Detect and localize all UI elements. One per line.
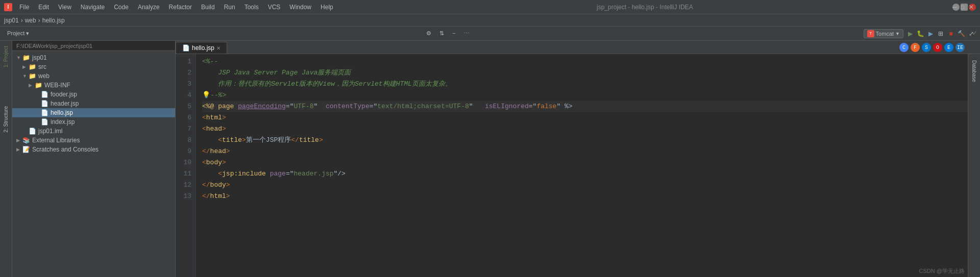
code-token: --%> bbox=[210, 90, 226, 101]
code-token: "/> bbox=[334, 168, 346, 180]
database-tab[interactable]: Database bbox=[970, 56, 979, 86]
breadcrumb-sep1: › bbox=[21, 17, 23, 24]
tree-item-extlibs[interactable]: ▶ 📚 External Libraries bbox=[12, 136, 175, 145]
build-icon[interactable]: 🔨 bbox=[957, 29, 966, 38]
code-line-4: 💡 --%> bbox=[202, 90, 968, 101]
tree-item-fooder[interactable]: ▶ 📄 fooder.jsp bbox=[12, 90, 175, 99]
folder-icon-jsp01: 📁 bbox=[22, 54, 30, 61]
code-line-8: <title>第一个JSP程序</title> bbox=[202, 135, 968, 146]
collapse-icon[interactable]: − bbox=[449, 29, 458, 38]
tab-structure[interactable]: 2: Structure bbox=[2, 103, 10, 136]
path-bar: F:\IDEAWork\jsp_project\jsp01 bbox=[12, 41, 175, 51]
tab-close-icon[interactable]: ✕ bbox=[216, 45, 220, 51]
code-token: < bbox=[218, 168, 222, 180]
code-token: > bbox=[222, 112, 226, 123]
maximize-button[interactable]: □ bbox=[961, 4, 968, 11]
code-token: > bbox=[242, 135, 246, 146]
tree-item-webinf[interactable]: ▶ 📁 WEB-INF bbox=[12, 81, 175, 90]
tree-label-webinf: WEB-INF bbox=[44, 82, 70, 89]
breadcrumb-file[interactable]: hello.jsp bbox=[42, 17, 65, 24]
breadcrumb-jsp01[interactable]: jsp01 bbox=[4, 17, 19, 24]
code-token: body bbox=[210, 180, 226, 191]
breadcrumb-web[interactable]: web bbox=[25, 17, 36, 24]
run-icons: ▶ 🐛 ▶ ⊞ ■ 🔨 ⤢ bbox=[905, 29, 976, 38]
tab-label: hello.jsp bbox=[192, 44, 214, 52]
debug-icon[interactable]: 🐛 bbox=[916, 29, 925, 38]
tree-item-jsp01[interactable]: ▼ 📁 jsp01 bbox=[12, 53, 175, 62]
project-panel: F:\IDEAWork\jsp_project\jsp01 ▼ 📁 jsp01 … bbox=[12, 41, 176, 277]
file-icon-fooder: 📄 bbox=[41, 91, 48, 98]
arrow-src: ▶ bbox=[22, 64, 29, 69]
profile-icon[interactable]: ⊞ bbox=[936, 29, 945, 38]
menu-build[interactable]: Build bbox=[197, 3, 219, 12]
code-token: html bbox=[210, 191, 226, 202]
menu-view[interactable]: View bbox=[54, 3, 76, 12]
more-icon[interactable]: ⋯ bbox=[461, 29, 473, 38]
right-panel: Database bbox=[968, 54, 980, 277]
tree-item-hello[interactable]: ▶ 📄 hello.jsp bbox=[12, 108, 175, 117]
edge-icon[interactable]: E bbox=[944, 43, 953, 52]
menu-refactor[interactable]: Refactor bbox=[165, 3, 196, 12]
code-line-1: <%-- bbox=[202, 56, 968, 67]
code-token: =" bbox=[286, 168, 294, 180]
code-token: pageEncoding bbox=[238, 101, 286, 112]
line-numbers: 1 2 3 4 5 6 7 8 9 10 11 12 13 bbox=[176, 54, 196, 277]
ie-icon[interactable]: IE bbox=[955, 43, 965, 52]
code-token: head bbox=[206, 123, 222, 135]
code-token: </ bbox=[202, 146, 210, 157]
editor-tab-hello[interactable]: 📄 hello.jsp ✕ bbox=[176, 42, 227, 54]
tree-item-iml[interactable]: ▶ 📄 jsp01.iml bbox=[12, 127, 175, 136]
tree-item-header[interactable]: ▶ 📄 header.jsp bbox=[12, 99, 175, 108]
code-token: </ bbox=[202, 191, 210, 202]
icon-extlibs: 📚 bbox=[22, 137, 30, 144]
tomcat-button[interactable]: T Tomcat ▼ bbox=[864, 29, 903, 38]
safari-icon[interactable]: S bbox=[922, 43, 931, 52]
chrome-icon[interactable]: C bbox=[899, 43, 909, 52]
code-token: body bbox=[206, 157, 222, 168]
opera-icon[interactable]: O bbox=[933, 43, 942, 52]
menu-file[interactable]: File bbox=[15, 3, 33, 12]
menu-run[interactable]: Run bbox=[220, 3, 239, 12]
menu-edit[interactable]: Edit bbox=[34, 3, 53, 12]
code-token: contentType bbox=[326, 101, 370, 112]
code-token: JSP Java Server Page Java服务端页面 bbox=[202, 67, 351, 79]
firefox-icon[interactable]: F bbox=[911, 43, 920, 52]
settings-icon[interactable]: ⚙ bbox=[423, 29, 434, 38]
code-token: =" bbox=[529, 101, 537, 112]
project-dropdown[interactable]: Project ▾ bbox=[4, 29, 32, 38]
menu-code[interactable]: Code bbox=[110, 3, 133, 12]
code-token: > bbox=[226, 191, 230, 202]
tree-item-web[interactable]: ▼ 📁 web bbox=[12, 71, 175, 81]
coverage-icon[interactable]: ▶ bbox=[926, 29, 935, 38]
code-line-13: </html> bbox=[202, 191, 968, 202]
menu-navigate[interactable]: Navigate bbox=[77, 3, 109, 12]
code-line-9: </head> bbox=[202, 146, 968, 157]
file-icon-hello: 📄 bbox=[41, 109, 48, 116]
menu-vcs[interactable]: VCS bbox=[264, 3, 285, 12]
menu-analyze[interactable]: Analyze bbox=[134, 3, 164, 12]
tree-item-src[interactable]: ▶ 📁 src bbox=[12, 62, 175, 71]
run-green-icon[interactable]: ▶ bbox=[905, 29, 915, 38]
code-token: isELIgnored bbox=[485, 101, 529, 112]
menu-tools[interactable]: Tools bbox=[240, 3, 263, 12]
menu-help[interactable]: Help bbox=[316, 3, 337, 12]
close-button[interactable]: ✕ bbox=[969, 4, 976, 11]
window-title: jsp_project - hello.jsp - IntelliJ IDEA bbox=[338, 4, 951, 11]
tree-item-index[interactable]: ▶ 📄 index.jsp bbox=[12, 117, 175, 127]
icon-scratches: 📝 bbox=[22, 146, 30, 153]
code-token: < bbox=[202, 123, 206, 135]
tab-file-icon: 📄 bbox=[182, 44, 190, 52]
code-lines[interactable]: <%-- JSP Java Server Page Java服务端页面 作用：替… bbox=[196, 54, 968, 277]
stop-icon[interactable]: ■ bbox=[946, 29, 955, 38]
sort-icon[interactable]: ⇅ bbox=[436, 29, 447, 38]
top-right-checkmark: ✓ bbox=[973, 29, 977, 37]
code-token: < bbox=[202, 157, 206, 168]
tab-project[interactable]: 1: Project bbox=[2, 43, 10, 70]
folder-icon-webinf: 📁 bbox=[35, 82, 42, 89]
code-token: page bbox=[270, 168, 286, 180]
menu-window[interactable]: Window bbox=[285, 3, 315, 12]
minimize-button[interactable]: ─ bbox=[952, 4, 960, 11]
tree-item-scratches[interactable]: ▶ 📝 Scratches and Consoles bbox=[12, 145, 175, 154]
tree-label-hello: hello.jsp bbox=[51, 109, 73, 116]
tree-label-web: web bbox=[38, 72, 50, 80]
